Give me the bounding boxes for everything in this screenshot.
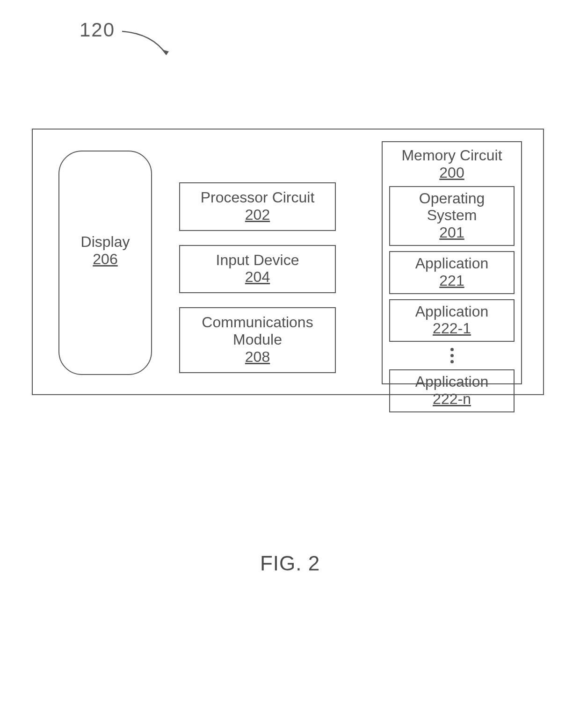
memory-label: Memory Circuit (389, 147, 515, 164)
center-column: Processor Circuit 202 Input Device 204 C… (179, 182, 336, 373)
communications-block: Communications Module 208 (179, 307, 336, 373)
application-222-1-ref: 222-1 (392, 320, 512, 337)
input-device-block: Input Device 204 (179, 245, 336, 294)
memory-block: Memory Circuit 200 Operating System 201 … (382, 141, 522, 384)
memory-ref: 200 (389, 164, 515, 181)
application-221-label: Application (392, 255, 512, 272)
application-221-ref: 221 (392, 272, 512, 289)
operating-system-ref: 201 (392, 224, 512, 241)
application-222-1-block: Application 222-1 (389, 299, 515, 342)
application-222-n-block: Application 222-n (389, 369, 515, 412)
application-222-1-label: Application (392, 303, 512, 320)
display-ref: 206 (59, 251, 151, 268)
processor-block: Processor Circuit 202 (179, 182, 336, 231)
arrow-icon (120, 29, 176, 66)
operating-system-block: Operating System 201 (389, 186, 515, 246)
input-device-label: Input Device (183, 252, 332, 269)
display-block: Display 206 (58, 151, 152, 375)
device-container: Display 206 Processor Circuit 202 Input … (32, 129, 544, 395)
processor-label: Processor Circuit (183, 189, 332, 206)
figure-reference: 120 (80, 19, 176, 66)
communications-label: Communications Module (183, 314, 332, 348)
operating-system-label: Operating System (392, 190, 512, 224)
vertical-ellipsis-icon (389, 347, 515, 364)
input-device-ref: 204 (183, 268, 332, 286)
application-222-n-label: Application (392, 373, 512, 390)
figure-caption: FIG. 2 (0, 552, 580, 575)
memory-contents: Operating System 201 Application 221 App… (389, 186, 515, 412)
display-label: Display (59, 233, 151, 251)
figure-ref-number: 120 (80, 19, 115, 41)
application-221-block: Application 221 (389, 251, 515, 294)
processor-ref: 202 (183, 206, 332, 223)
communications-ref: 208 (183, 348, 332, 366)
application-222-n-ref: 222-n (392, 390, 512, 408)
